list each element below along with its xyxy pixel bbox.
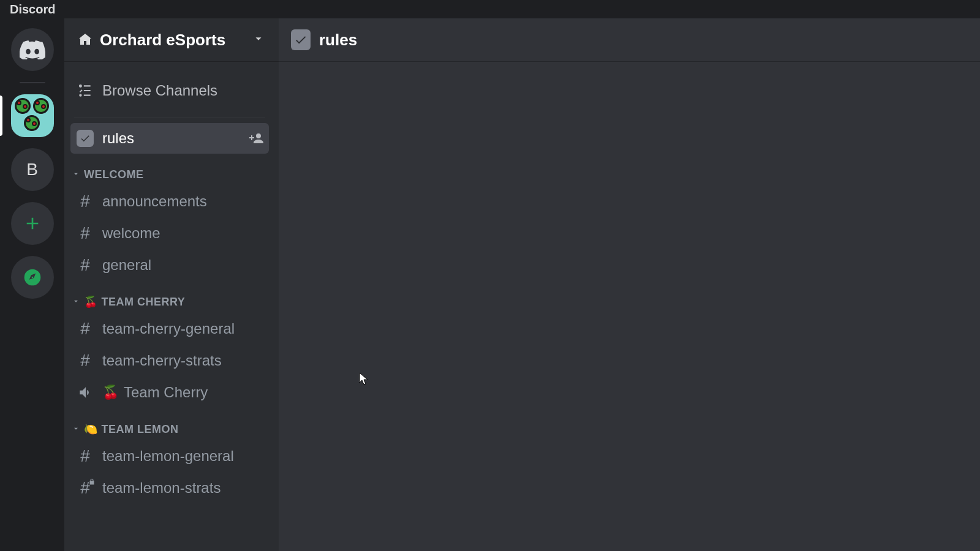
channel-label: team-lemon-strats	[102, 479, 264, 497]
server-initial: B	[26, 160, 38, 179]
server-home-icon	[78, 32, 92, 47]
message-area[interactable]	[279, 61, 980, 551]
cursor-icon	[359, 372, 369, 386]
category-label: WELCOME	[84, 168, 144, 181]
category-welcome[interactable]: WELCOME	[66, 155, 274, 185]
channel-general[interactable]: # general	[70, 250, 269, 280]
chevron-down-icon	[252, 32, 265, 48]
guild-rail: B	[0, 18, 64, 551]
explore-servers-button[interactable]	[11, 256, 54, 299]
channel-label: team-lemon-general	[102, 448, 264, 465]
chevron-down-icon	[72, 168, 81, 181]
hash-icon: #	[77, 448, 94, 465]
channel-label: rules	[102, 130, 249, 147]
channel-team-cherry-strats[interactable]: # team-cherry-strats	[70, 345, 269, 376]
hash-icon: #	[77, 257, 94, 274]
selected-guild-pill	[0, 96, 2, 136]
server-orchard-icon	[11, 94, 54, 137]
category-label: TEAM LEMON	[102, 423, 179, 436]
channel-header: rules	[279, 18, 980, 61]
content-pane: rules	[279, 18, 980, 551]
channel-label: Team Cherry	[124, 384, 264, 401]
server-b-button[interactable]: B	[11, 148, 54, 191]
category-team-cherry[interactable]: 🍒 TEAM CHERRY	[66, 282, 274, 312]
browse-label: Browse Channels	[102, 82, 264, 99]
browse-icon	[77, 82, 94, 99]
rules-icon	[77, 130, 94, 147]
dm-home-button[interactable]	[11, 28, 54, 71]
chevron-down-icon	[72, 296, 81, 309]
channel-label: team-cherry-general	[102, 320, 264, 337]
channel-label: announcements	[102, 193, 264, 210]
channel-team-cherry-general[interactable]: # team-cherry-general	[70, 313, 269, 344]
chevron-down-icon	[72, 423, 81, 436]
channel-team-lemon-general[interactable]: # team-lemon-general	[70, 441, 269, 471]
app-title: Discord	[10, 2, 55, 17]
cherry-emoji-icon: 🍒	[102, 384, 119, 400]
hash-icon: #	[77, 352, 94, 369]
hash-lock-icon: #	[77, 479, 94, 497]
cherry-emoji-icon: 🍒	[84, 295, 98, 309]
channel-welcome[interactable]: # welcome	[70, 218, 269, 249]
titlebar: Discord	[0, 0, 980, 18]
category-team-lemon[interactable]: 🍋 TEAM LEMON	[66, 409, 274, 440]
voice-team-cherry[interactable]: 🍒 Team Cherry	[70, 377, 269, 408]
channel-announcements[interactable]: # announcements	[70, 186, 269, 217]
add-server-button[interactable]	[11, 202, 54, 245]
channel-label: welcome	[102, 225, 264, 242]
category-label: TEAM CHERRY	[102, 296, 186, 309]
channel-label: general	[102, 257, 264, 274]
channel-sidebar: Orchard eSports Browse Channels	[64, 18, 279, 551]
speaker-icon	[77, 384, 94, 401]
guild-separator	[20, 82, 45, 83]
server-orchard-button[interactable]	[11, 94, 54, 137]
browse-channels[interactable]: Browse Channels	[70, 73, 269, 108]
server-name: Orchard eSports	[100, 31, 252, 50]
hash-icon: #	[77, 320, 94, 337]
channel-rules[interactable]: rules	[70, 123, 269, 154]
discord-logo-icon	[20, 40, 45, 59]
rules-icon	[291, 30, 311, 50]
svg-point-0	[79, 84, 82, 88]
create-invite-icon[interactable]	[249, 131, 264, 146]
plus-icon	[23, 214, 42, 233]
channel-title: rules	[319, 31, 357, 50]
hash-icon: #	[77, 193, 94, 210]
sidebar-separator	[74, 118, 265, 118]
channel-label: team-cherry-strats	[102, 352, 264, 369]
server-header[interactable]: Orchard eSports	[64, 18, 279, 61]
lemon-emoji-icon: 🍋	[84, 422, 98, 436]
channel-team-lemon-strats[interactable]: # team-lemon-strats	[70, 473, 269, 503]
compass-icon	[23, 268, 42, 287]
hash-icon: #	[77, 225, 94, 242]
channel-list: Browse Channels rules WELCOME	[64, 61, 279, 551]
